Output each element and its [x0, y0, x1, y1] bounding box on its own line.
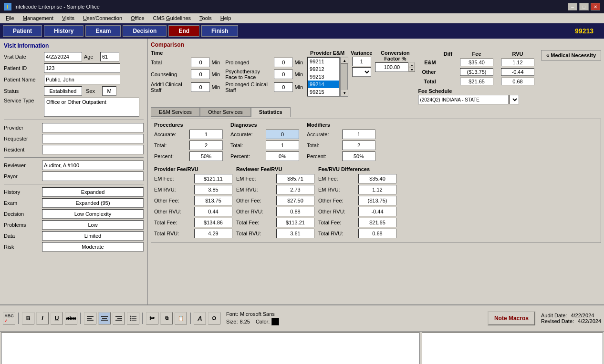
tab-other-services[interactable]: Other Services [200, 107, 251, 117]
age-input[interactable] [100, 52, 119, 61]
proc-accurate-input[interactable] [189, 130, 223, 139]
cut-button[interactable]: ✂ [146, 312, 158, 324]
conversion-up[interactable]: ▲ [408, 62, 415, 67]
rev-total-fee-input[interactable] [276, 218, 314, 227]
menu-management[interactable]: Management [19, 14, 57, 22]
diff-total-rvu-input[interactable] [358, 229, 396, 238]
visit-date-input[interactable] [44, 52, 82, 61]
patient-id-input[interactable] [44, 63, 120, 73]
minimize-button[interactable]: – [568, 3, 577, 10]
decision-input[interactable] [42, 209, 144, 219]
font-button[interactable]: A [194, 312, 206, 324]
maximize-button[interactable]: □ [579, 3, 589, 10]
em-option-99211[interactable]: 99211 [308, 58, 339, 65]
total-input[interactable] [191, 58, 210, 67]
prov-em-fee-input[interactable] [194, 174, 232, 183]
addtl-clinical-input[interactable] [191, 82, 210, 92]
diff-other-rvu-input[interactable] [358, 207, 396, 216]
provider-input[interactable] [42, 123, 144, 132]
data-input[interactable] [42, 231, 144, 241]
history-input[interactable] [42, 187, 144, 197]
psychotherapy-input[interactable] [274, 70, 293, 79]
menu-file[interactable]: File [2, 14, 18, 22]
tab-end[interactable]: End [168, 25, 199, 37]
variance-input[interactable] [352, 57, 371, 66]
menu-office[interactable]: Office [127, 14, 148, 22]
em-scroll-down[interactable]: ▼ [341, 90, 348, 96]
resident-input[interactable] [42, 145, 144, 154]
align-center-button[interactable] [98, 312, 111, 324]
menu-user-connection[interactable]: User/Connection [79, 14, 126, 22]
prov-other-rvu-input[interactable] [194, 207, 232, 216]
rev-other-fee-input[interactable] [276, 196, 314, 205]
rev-em-rvu-input[interactable] [276, 185, 314, 194]
paste-button[interactable]: 📋 [175, 312, 187, 324]
align-right-button[interactable] [113, 312, 125, 324]
rev-other-rvu-input[interactable] [276, 207, 314, 216]
text-area-left[interactable] [1, 333, 420, 364]
variance-select[interactable] [352, 67, 371, 77]
underline-button[interactable]: U [51, 312, 63, 324]
em-option-99212[interactable]: 99212 [308, 65, 339, 73]
tab-finish[interactable]: Finish [201, 25, 238, 37]
italic-button[interactable]: I [36, 312, 49, 324]
mod-total-input[interactable] [342, 141, 375, 150]
menu-visits[interactable]: Visits [58, 14, 78, 22]
prov-total-rvu-input[interactable] [194, 229, 232, 238]
diff-other-fee-input[interactable] [358, 196, 396, 205]
rev-total-rvu-input[interactable] [276, 229, 314, 238]
rev-em-fee-input[interactable] [276, 174, 314, 183]
diag-total-input[interactable] [266, 141, 299, 150]
close-button[interactable]: ✕ [591, 3, 600, 10]
diff-em-fee-input[interactable] [358, 174, 396, 183]
counseling-input[interactable] [191, 70, 210, 79]
requester-input[interactable] [42, 134, 144, 143]
prolonged-clinical-input[interactable] [274, 82, 293, 92]
fee-schedule-select[interactable] [510, 95, 519, 104]
bold-button[interactable]: B [22, 312, 34, 324]
tab-patient[interactable]: Patient [3, 25, 42, 37]
diff-total-fee-input[interactable] [358, 218, 396, 227]
tab-em-services[interactable]: E&M Services [151, 107, 200, 117]
prolonged-input[interactable] [274, 58, 293, 67]
fee-schedule-input[interactable] [418, 95, 509, 104]
diag-accurate-input[interactable] [266, 130, 299, 139]
conversion-down[interactable]: ▼ [408, 67, 415, 72]
em-option-99214[interactable]: 99214 [308, 81, 339, 88]
prov-em-rvu-input[interactable] [194, 185, 232, 194]
reviewer-input[interactable] [42, 161, 144, 170]
tab-decision[interactable]: Decision [123, 25, 167, 37]
text-area-right[interactable] [422, 333, 603, 364]
spell-check-button[interactable]: ABC✓ [3, 312, 15, 324]
proc-percent-input[interactable] [189, 152, 223, 161]
em-dropdown-list[interactable]: 99211 99212 99213 99214 99215 [307, 57, 340, 97]
bullet-button[interactable] [127, 312, 139, 324]
payor-input[interactable] [42, 172, 144, 181]
symbol-button[interactable]: Ω [208, 312, 220, 324]
tab-history[interactable]: History [44, 25, 83, 37]
em-option-99215[interactable]: 99215 [308, 88, 339, 96]
mod-accurate-input[interactable] [342, 130, 375, 139]
tab-exam[interactable]: Exam [85, 25, 121, 37]
prov-total-fee-input[interactable] [194, 218, 232, 227]
proc-total-input[interactable] [189, 141, 223, 150]
prov-other-fee-input[interactable] [194, 196, 232, 205]
menu-help[interactable]: Help [217, 14, 235, 22]
copy-button[interactable]: ⧉ [160, 312, 173, 324]
note-macros-button[interactable]: Note Macros [488, 311, 535, 325]
menu-cms-guidelines[interactable]: CMS Guidelines [149, 14, 195, 22]
risk-input[interactable] [42, 242, 144, 252]
diff-em-rvu-input[interactable] [358, 185, 396, 194]
em-option-99213[interactable]: 99213 [308, 73, 339, 81]
conversion-input[interactable] [375, 62, 408, 72]
mod-percent-input[interactable] [342, 152, 375, 161]
em-scrollbar[interactable]: ▲ ▼ [340, 57, 348, 97]
patient-name-input[interactable] [44, 75, 120, 84]
align-left-button[interactable] [84, 312, 96, 324]
strikethrough-button[interactable]: abc [65, 312, 77, 324]
em-scroll-up[interactable]: ▲ [341, 57, 348, 64]
menu-tools[interactable]: Tools [196, 14, 216, 22]
exam-input[interactable] [42, 198, 144, 208]
diag-percent-input[interactable] [266, 152, 299, 161]
tab-statistics[interactable]: Statistics [251, 107, 291, 117]
